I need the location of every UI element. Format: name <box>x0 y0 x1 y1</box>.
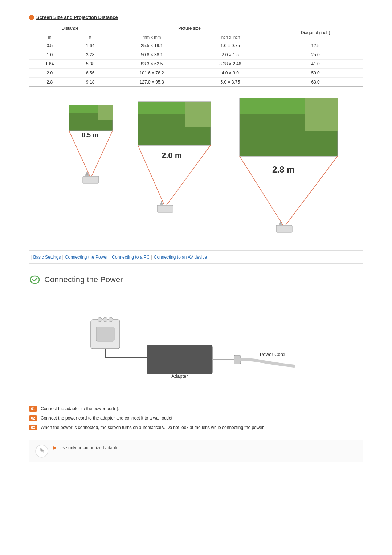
col-ft-val: 6.56 <box>70 69 111 78</box>
nav-sep-2: | <box>109 254 110 260</box>
col-diagonal-val: 50.0 <box>268 69 363 78</box>
svg-rect-4 <box>98 105 113 120</box>
distance-table: Distance Picture size Diagonal (inch) m … <box>29 24 363 86</box>
col-mm-val: 50.8 × 38.1 <box>111 50 192 60</box>
col-inch-val: 5.0 × 3.75 <box>193 78 268 87</box>
nav-sep-start: | <box>30 254 32 260</box>
svg-point-34 <box>109 317 113 322</box>
svg-rect-24 <box>305 98 338 131</box>
svg-point-33 <box>103 317 107 322</box>
note-arrow: ▶ <box>53 445 57 450</box>
col-inch-val: 4.0 × 3.0 <box>193 69 268 78</box>
col-m-val: 1.0 <box>29 50 70 60</box>
nav-connecting-power[interactable]: Connecting the Power <box>65 255 108 260</box>
nav-basic-settings[interactable]: Basic Settings <box>33 255 61 260</box>
connecting-power-title: Connecting the Power <box>44 275 123 284</box>
col-mm-val: 25.5 × 19.1 <box>111 41 192 50</box>
picture-size-header: Picture size <box>111 24 268 33</box>
projection-diagram: 0.5 m 2.0 m <box>29 94 363 239</box>
nav-sep-1: | <box>62 254 63 260</box>
col-inch: inch x inch <box>193 33 268 41</box>
step-text: When the power is connected, the screen … <box>41 424 265 431</box>
svg-rect-38 <box>147 345 212 374</box>
nav-sep-end: | <box>208 254 209 260</box>
power-diagram-svg: Adapter Power Cord <box>69 305 323 385</box>
step-badge: 03 <box>29 425 37 430</box>
col-diagonal-val: 63.0 <box>268 78 363 87</box>
table-header-row: Distance Picture size Diagonal (inch) <box>29 24 363 33</box>
steps-container: 01 Connect the adapter to the power port… <box>29 405 363 431</box>
svg-rect-35 <box>96 327 114 341</box>
table-row: 0.5 1.64 25.5 × 19.1 1.0 × 0.75 12.5 <box>29 41 363 50</box>
table-row: 2.0 6.56 101.6 × 76.2 4.0 × 3.0 50.0 <box>29 69 363 78</box>
power-diagram-container: Adapter Power Cord <box>29 294 363 396</box>
screen-size-title: Screen Size and Projection Distance <box>36 15 118 20</box>
svg-rect-8 <box>83 176 99 183</box>
col-ft: ft <box>70 33 111 41</box>
col-ft-val: 9.18 <box>70 78 111 87</box>
col-diagonal-val: 12.5 <box>268 41 363 50</box>
col-inch-val: 2.0 × 1.5 <box>193 50 268 60</box>
svg-rect-30 <box>280 221 281 224</box>
note-icon: ✎ <box>35 445 48 458</box>
col-m-val: 0.5 <box>29 41 70 50</box>
col-mm-val: 127.0 × 95.3 <box>111 78 192 87</box>
note-box: ✎ ▶ Use only an authorized adapter. <box>29 440 363 462</box>
nav-sep-3: | <box>151 254 152 260</box>
svg-text:2.8 m: 2.8 m <box>272 165 294 174</box>
screen-size-section-title: Screen Size and Projection Distance <box>29 15 363 20</box>
col-inch-val: 3.28 × 2.46 <box>193 60 268 69</box>
projection-svg: 0.5 m 2.0 m <box>29 94 363 239</box>
svg-rect-20 <box>161 201 162 204</box>
table-row: 2.8 9.18 127.0 × 95.3 5.0 × 3.75 63.0 <box>29 78 363 87</box>
col-ft-val: 5.38 <box>70 60 111 69</box>
col-ft-val: 3.28 <box>70 50 111 60</box>
col-mm: mm x mm <box>111 33 192 41</box>
col-inch-val: 1.0 × 0.75 <box>193 41 268 50</box>
col-ft-val: 1.64 <box>70 41 111 50</box>
table-body: 0.5 1.64 25.5 × 19.1 1.0 × 0.75 12.5 1.0… <box>29 41 363 87</box>
note-text: Use only an authorized adapter. <box>60 445 121 450</box>
diagonal-header: Diagonal (inch) <box>268 24 363 41</box>
svg-text:✎: ✎ <box>39 447 45 454</box>
nav-bar: | Basic Settings | Connecting the Power … <box>29 250 363 264</box>
col-m-val: 1.64 <box>29 60 70 69</box>
svg-text:Adapter: Adapter <box>171 373 188 379</box>
svg-text:0.5 m: 0.5 m <box>82 131 98 139</box>
note-content: ▶ Use only an authorized adapter. <box>53 445 121 451</box>
col-mm-val: 83.3 × 62.5 <box>111 60 192 69</box>
step-text: Connect the power cord to the adapter an… <box>41 415 173 421</box>
col-m: m <box>29 33 70 41</box>
distance-table-container: Distance Picture size Diagonal (inch) m … <box>29 24 363 87</box>
svg-rect-28 <box>276 225 292 232</box>
nav-connecting-pc[interactable]: Connecting to a PC <box>112 255 150 260</box>
connecting-power-header: Connecting the Power <box>29 275 363 285</box>
step-badge: 01 <box>29 406 37 412</box>
step-item: 01 Connect the adapter to the power port… <box>29 405 363 412</box>
svg-point-32 <box>98 317 102 322</box>
svg-rect-14 <box>185 102 211 127</box>
step-badge: 02 <box>29 415 37 421</box>
svg-rect-10 <box>86 172 88 175</box>
distance-header: Distance <box>29 24 111 33</box>
col-diagonal-val: 41.0 <box>268 60 363 69</box>
col-diagonal-val: 25.0 <box>268 50 363 60</box>
svg-text:Power Cord: Power Cord <box>260 352 285 357</box>
svg-rect-18 <box>157 205 173 212</box>
nav-connecting-av[interactable]: Connecting to an AV device <box>154 255 207 260</box>
step-item: 02 Connect the power cord to the adapter… <box>29 415 363 421</box>
table-row: 1.0 3.28 50.8 × 38.1 2.0 × 1.5 25.0 <box>29 50 363 60</box>
step-text: Connect the adapter to the power port( )… <box>41 405 119 412</box>
step-item: 03 When the power is connected, the scre… <box>29 424 363 431</box>
table-row: 1.64 5.38 83.3 × 62.5 3.28 × 2.46 41.0 <box>29 60 363 69</box>
col-m-val: 2.0 <box>29 69 70 78</box>
section-icon <box>29 15 34 20</box>
svg-text:2.0 m: 2.0 m <box>162 151 182 160</box>
connecting-power-icon <box>29 275 41 285</box>
col-mm-val: 101.6 × 76.2 <box>111 69 192 78</box>
col-m-val: 2.8 <box>29 78 70 87</box>
